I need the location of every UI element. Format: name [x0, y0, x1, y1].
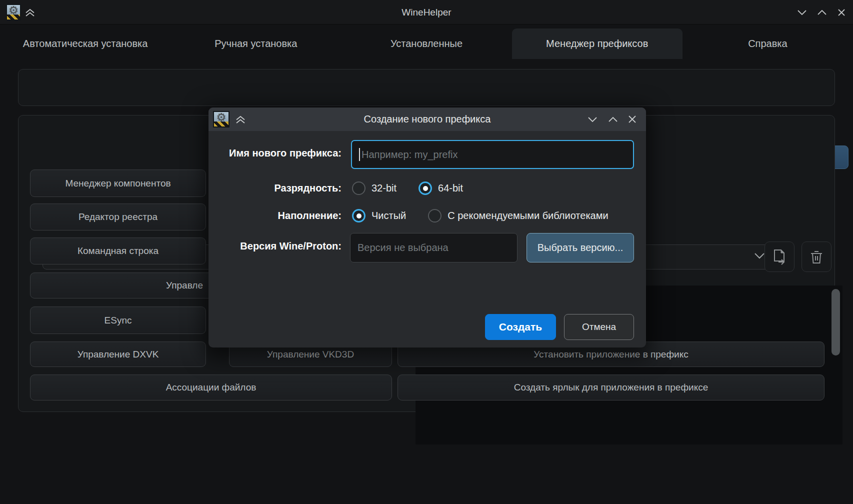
titlebar: ⚙ WineHelper	[0, 0, 853, 24]
prefix-name-label: Имя нового префикса:	[214, 148, 342, 159]
close-button[interactable]	[836, 6, 848, 18]
radio-32bit[interactable]	[352, 182, 366, 195]
tab-installed[interactable]: Установленные	[341, 28, 512, 59]
component-manager-button[interactable]: Менеджер компонентов	[30, 170, 206, 197]
command-line-button[interactable]: Командная строка	[30, 238, 206, 264]
esync-button[interactable]: ESync	[30, 306, 206, 334]
radio-clean[interactable]	[352, 209, 366, 222]
wine-version-field: Версия не выбрана	[350, 233, 518, 262]
create-prefix-section: Создать новый префикс	[18, 69, 835, 106]
winehelper-window: ⚙ WineHelper Автоматическая установка Ру…	[0, 0, 853, 504]
file-associations-button[interactable]: Ассоциации файлов	[30, 374, 392, 400]
tab-manual-install[interactable]: Ручная установка	[170, 28, 341, 59]
radio-64bit-label: 64-bit	[438, 182, 463, 194]
fill-label: Наполнение:	[214, 210, 342, 222]
cancel-button[interactable]: Отмена	[564, 314, 634, 340]
dialog-titlebar: ⚙ Создание нового префикса	[208, 108, 646, 131]
tab-help[interactable]: Справка	[682, 28, 853, 59]
dialog-minimize-button[interactable]	[586, 114, 598, 126]
maximize-button[interactable]	[816, 6, 828, 18]
registry-editor-button[interactable]: Редактор реестра	[30, 204, 206, 230]
radio-recommended[interactable]	[428, 209, 442, 222]
dialog-title: Создание нового префикса	[208, 108, 646, 131]
tab-auto-install[interactable]: Автоматическая установка	[0, 28, 170, 59]
minimize-button[interactable]	[796, 6, 808, 18]
radio-clean-label: Чистый	[372, 210, 406, 222]
document-export-icon	[772, 248, 787, 266]
dialog-maximize-button[interactable]	[607, 114, 619, 126]
dialog-close-button[interactable]	[626, 113, 638, 125]
delete-prefix-button[interactable]	[802, 242, 832, 272]
create-prefix-dialog: ⚙ Создание нового префикса Имя нового пр…	[208, 108, 646, 348]
tab-prefix-manager[interactable]: Менеджер префиксов	[512, 28, 682, 59]
choose-version-button[interactable]: Выбрать версию...	[526, 233, 634, 262]
prefix-name-placeholder: Например: my_prefix	[362, 149, 458, 160]
radio-64bit[interactable]	[418, 182, 432, 195]
dxvk-button[interactable]: Управление DXVK	[30, 342, 206, 367]
wine-version-placeholder: Версия не выбрана	[358, 242, 448, 254]
tab-bar: Автоматическая установка Ручная установк…	[0, 28, 853, 59]
trash-icon	[810, 250, 823, 264]
text-caret	[359, 148, 360, 161]
bitness-label: Разрядность:	[214, 182, 342, 194]
wine-version-label: Версия Wine/Proton:	[214, 240, 342, 252]
scrollbar-thumb[interactable]	[832, 289, 840, 356]
radio-recommended-label: С рекомендуемыми библиотеками	[448, 210, 608, 222]
create-button[interactable]: Создать	[485, 314, 556, 340]
prefix-name-input[interactable]: Например: my_prefix	[351, 140, 634, 169]
create-shortcut-button[interactable]: Создать ярлык для приложения в префиксе	[398, 374, 824, 400]
export-prefix-button[interactable]	[764, 242, 794, 272]
window-title: WineHelper	[0, 0, 853, 24]
radio-32bit-label: 32-bit	[372, 182, 396, 194]
